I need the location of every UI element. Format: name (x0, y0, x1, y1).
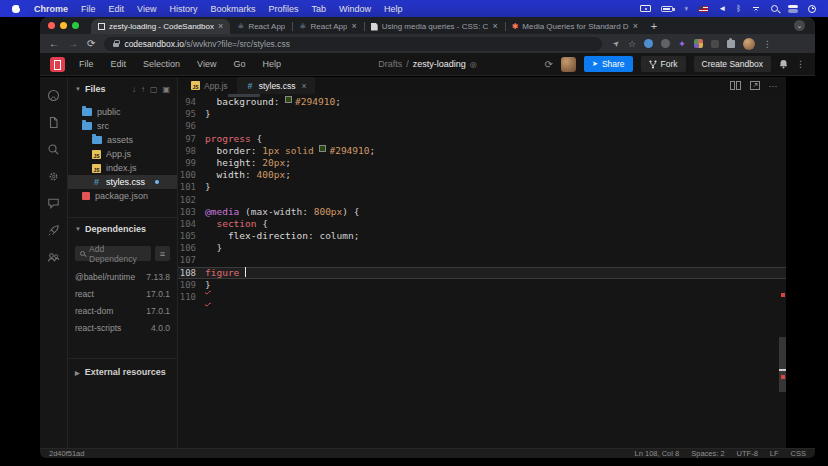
live-icon[interactable] (47, 250, 61, 264)
code-editor[interactable]: 94 background: #294910;95}9697progress {… (178, 94, 786, 448)
breadcrumb-folder[interactable]: Drafts (378, 59, 402, 69)
close-tab-icon[interactable]: × (351, 22, 356, 31)
share-button[interactable]: ➤Share (584, 56, 633, 72)
browser-menu-icon[interactable]: ⋮ (763, 39, 772, 49)
extension-purple-icon[interactable]: ✦ (678, 39, 686, 49)
close-window-button[interactable] (48, 22, 55, 29)
files-section-header[interactable]: ▼ Files ↓↑▢▣ (68, 80, 177, 98)
dependency-row[interactable]: @babel/runtime7.13.8 (75, 268, 170, 285)
codesandbox-logo[interactable] (50, 57, 65, 72)
menu-view[interactable]: View (197, 59, 216, 69)
dependency-row[interactable]: react-scripts4.0.0 (75, 319, 170, 336)
menubar-item-window[interactable]: Window (339, 4, 371, 14)
plug-icon[interactable]: ♆ (683, 4, 689, 13)
menubar-item-edit[interactable]: Edit (109, 4, 125, 14)
status-encoding[interactable]: UTF-8 (737, 449, 758, 458)
new-file-icon[interactable]: ▢ (150, 85, 158, 94)
create-sandbox-button[interactable]: Create Sandbox (694, 56, 771, 72)
bookmark-star-icon[interactable]: ☆ (628, 39, 636, 49)
back-icon[interactable]: ← (49, 39, 59, 49)
extension-gray-icon[interactable] (661, 39, 670, 48)
bluetooth-icon[interactable]: ᛒ (736, 4, 741, 13)
dependencies-header[interactable]: ▼ Dependencies (75, 224, 170, 234)
external-resources-header[interactable]: ▶ External resources (68, 358, 177, 385)
menubar-item-help[interactable]: Help (384, 4, 403, 14)
new-tab-button[interactable]: + (645, 19, 663, 34)
sandbox-title[interactable]: zesty-loading (413, 59, 466, 69)
user-avatar[interactable] (561, 57, 576, 72)
editor-tab-styles.css[interactable]: styles.css× (237, 77, 316, 94)
editor-tab-App.js[interactable]: App.js (182, 77, 237, 94)
zoom-window-button[interactable] (72, 22, 79, 29)
close-tab-icon[interactable]: × (492, 22, 497, 31)
editor-menu-icon[interactable]: ⋯ (769, 81, 778, 91)
menu-go[interactable]: Go (233, 59, 245, 69)
menu-file[interactable]: File (79, 59, 94, 69)
new-directory-icon[interactable]: ▣ (162, 85, 170, 94)
files-icon[interactable] (47, 115, 61, 129)
battery-icon[interactable] (661, 6, 673, 12)
reload-icon[interactable]: ⟳ (87, 39, 95, 49)
extension-blue-icon[interactable] (644, 39, 653, 48)
status-cursor-position[interactable]: Ln 108, Col 8 (635, 449, 680, 458)
clock-icon[interactable] (808, 5, 816, 13)
send-to-device-icon[interactable]: ➤ (611, 38, 622, 49)
header-menu-icon[interactable]: ⋮ (796, 59, 805, 69)
dependency-row[interactable]: react17.0.1 (75, 285, 170, 302)
upload-files-icon[interactable]: ↑ (141, 85, 145, 94)
status-language-mode[interactable]: CSS (791, 449, 806, 458)
close-tab-icon[interactable]: × (633, 22, 638, 31)
wifi-icon[interactable] (751, 5, 761, 13)
control-center-icon[interactable] (788, 5, 798, 13)
tree-item-styles.css[interactable]: styles.css (68, 175, 177, 189)
spotlight-search-icon[interactable] (771, 5, 778, 12)
tree-item-public[interactable]: public (68, 105, 177, 119)
tree-item-assets[interactable]: assets (68, 133, 177, 147)
notifications-bell-icon[interactable] (779, 59, 788, 69)
menu-edit[interactable]: Edit (111, 59, 127, 69)
export-zip-icon[interactable]: ↓ (132, 85, 136, 94)
browser-tab[interactable]: ⚛React App (230, 19, 292, 34)
address-bar[interactable]: codesandbox.io/s/wvknv?file=/src/styles.… (104, 37, 602, 51)
add-dependency-input[interactable]: Add Dependency (75, 246, 151, 261)
fork-button[interactable]: Fork (641, 56, 686, 72)
menubar-item-view[interactable]: View (137, 4, 156, 14)
menu-selection[interactable]: Selection (143, 59, 180, 69)
rocket-icon[interactable] (47, 223, 61, 237)
browser-tab[interactable]: ⚛React App× (292, 19, 363, 34)
lock-icon[interactable] (113, 43, 119, 48)
menubar-item-history[interactable]: History (169, 4, 197, 14)
extensions-puzzle-icon[interactable] (727, 40, 735, 48)
status-indentation[interactable]: Spaces: 2 (691, 449, 724, 458)
menubar-item-profiles[interactable]: Profiles (268, 4, 298, 14)
refresh-icon[interactable]: ⟳ (545, 59, 553, 70)
tree-item-src[interactable]: src (68, 119, 177, 133)
scrollbar-thumb[interactable] (779, 337, 786, 392)
dependency-menu-button[interactable]: ≡ (155, 246, 170, 261)
search-icon[interactable] (47, 142, 61, 156)
open-preview-icon[interactable] (750, 81, 760, 90)
tab-search-button[interactable]: ⌄ (794, 20, 805, 31)
menu-help[interactable]: Help (262, 59, 281, 69)
menubar-item-chrome[interactable]: Chrome (34, 4, 68, 14)
input-source-flag-icon[interactable] (699, 6, 708, 12)
profile-avatar[interactable] (743, 38, 755, 50)
github-icon[interactable] (47, 88, 61, 102)
close-editor-tab-icon[interactable]: × (301, 81, 306, 91)
volume-icon[interactable]: ◄ (718, 4, 726, 13)
forward-icon[interactable]: → (68, 39, 78, 49)
menubar-item-bookmarks[interactable]: Bookmarks (210, 4, 255, 14)
dependency-row[interactable]: react-dom17.0.1 (75, 302, 170, 319)
browser-tab[interactable]: ✱Media Queries for Standard D× (505, 19, 645, 34)
browser-tab[interactable]: zesty-loading - CodeSandbox× (91, 19, 230, 34)
comments-icon[interactable] (47, 196, 61, 210)
privacy-icon[interactable]: ◎ (470, 60, 477, 69)
close-tab-icon[interactable]: × (218, 22, 223, 31)
menubar-item-file[interactable]: File (81, 4, 96, 14)
extension-photos-icon[interactable] (694, 39, 703, 48)
status-eol[interactable]: LF (770, 449, 779, 458)
split-editor-icon[interactable] (730, 81, 741, 90)
screen-mirroring-icon[interactable] (640, 5, 651, 12)
tree-item-index.js[interactable]: index.js (68, 161, 177, 175)
menubar-item-tab[interactable]: Tab (311, 4, 326, 14)
